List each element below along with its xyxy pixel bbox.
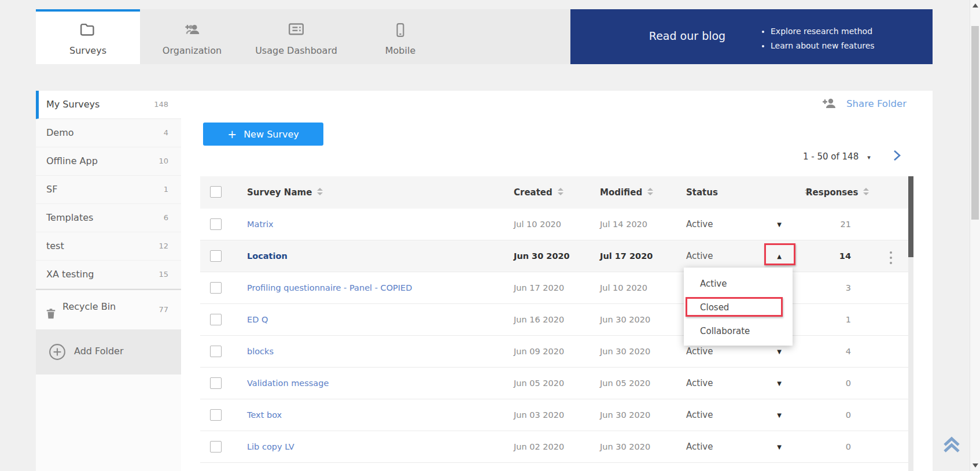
sort-icon[interactable] [558, 188, 563, 195]
sidebar-item-recycle-bin[interactable]: Recycle Bin 77 [36, 290, 181, 324]
blog-banner[interactable]: Read our blog Explore research method Le… [570, 9, 933, 64]
sidebar-folder-item[interactable]: SF 1 [36, 176, 181, 204]
status-caret-icon[interactable]: ▼ [773, 399, 786, 431]
status-caret-icon[interactable]: ▼ [773, 368, 786, 399]
mobile-icon [348, 22, 452, 39]
sidebar-folder-item[interactable]: Offline App 10 [36, 147, 181, 176]
survey-name-link[interactable]: Text box [247, 399, 282, 431]
row-checkbox[interactable] [210, 250, 222, 262]
plus-circle-icon [49, 343, 66, 361]
responses-count: 0 [806, 431, 851, 463]
row-checkbox[interactable] [210, 409, 222, 421]
modified-date: Jun 30 2020 [600, 431, 650, 463]
row-checkbox[interactable] [210, 282, 222, 294]
header-survey-name[interactable]: Survey Name [247, 176, 323, 209]
share-folder-button[interactable]: Share Folder [820, 97, 907, 114]
banner-title: Read our blog [618, 29, 757, 42]
recycle-bin-label: Recycle Bin [62, 301, 116, 312]
sort-icon[interactable] [647, 188, 653, 195]
scrollbar-down-arrow-icon[interactable] [972, 463, 978, 468]
table-scrollbar-thumb[interactable] [908, 176, 913, 257]
created-date: Jun 03 2020 [514, 399, 564, 431]
table-row: Profiling questionnaire - Panel - COPIED… [200, 272, 908, 304]
modified-date: Jun 30 2020 [600, 399, 650, 431]
chevron-down-icon[interactable]: ▾ [867, 154, 871, 161]
row-checkbox[interactable] [210, 346, 222, 357]
person-add-icon [140, 22, 244, 39]
survey-name-link[interactable]: Location [247, 240, 288, 272]
tab-surveys[interactable]: Surveys [36, 9, 140, 64]
folder-count: 12 [159, 232, 168, 260]
folder-label: Demo [46, 127, 74, 138]
header-label: Responses [806, 187, 858, 198]
pagination-range-dropdown[interactable]: 1 - 50 of 148 [803, 151, 859, 162]
modified-date: Jul 14 2020 [600, 209, 647, 240]
folder-label: My Surveys [46, 99, 100, 110]
pagination: 1 - 50 of 148 ▾ [803, 151, 871, 165]
status-option[interactable]: Active [684, 272, 793, 296]
created-date: Jun 16 2020 [514, 304, 564, 336]
header-label: Created [514, 187, 552, 198]
survey-name-link[interactable]: Lib copy LV [247, 431, 294, 463]
sidebar-folder-item[interactable]: XA testing 15 [36, 261, 181, 289]
header-status[interactable]: Status [686, 176, 810, 209]
folder-count: 15 [159, 261, 168, 288]
status-text: Active [686, 368, 713, 399]
tab-mobile-label: Mobile [348, 45, 452, 56]
page-scrollbar-thumb[interactable] [971, 26, 979, 220]
status-caret-icon[interactable]: ▼ [773, 431, 786, 463]
sidebar-folder-item[interactable]: My Surveys 148 [36, 91, 181, 119]
folder-label: Offline App [46, 155, 98, 166]
sidebar-folder-item[interactable]: Demo 4 [36, 119, 181, 147]
row-checkbox[interactable] [210, 314, 222, 325]
tab-usage-dashboard[interactable]: Usage Dashboard [244, 9, 348, 64]
sort-icon[interactable] [863, 188, 869, 195]
sidebar-folder-item[interactable]: test 12 [36, 232, 181, 261]
table-row: Matrix Jul 10 2020 Jul 14 2020 Active ▼ … [200, 209, 908, 240]
next-page-button[interactable] [891, 149, 904, 163]
row-checkbox[interactable] [210, 441, 222, 453]
responses-count: 3 [806, 272, 851, 304]
page-scrollbar[interactable] [970, 0, 980, 471]
tab-organization[interactable]: Organization [140, 9, 244, 64]
row-checkbox[interactable] [210, 377, 222, 389]
row-checkbox[interactable] [210, 218, 222, 230]
sidebar-folder-item[interactable]: Templates 6 [36, 204, 181, 232]
scroll-to-top-button[interactable] [940, 432, 963, 455]
survey-name-link[interactable]: blocks [247, 336, 274, 368]
header-responses[interactable]: Responses [806, 176, 869, 209]
add-folder-button[interactable]: Add Folder [36, 329, 181, 374]
tab-organization-label: Organization [140, 45, 244, 56]
sort-icon[interactable] [317, 188, 323, 195]
tab-surveys-label: Surveys [36, 45, 140, 56]
survey-name-link[interactable]: ED Q [247, 304, 268, 336]
new-survey-label: New Survey [244, 129, 299, 140]
header-label: Status [686, 187, 718, 198]
table-row: Text box Jun 03 2020 Jun 30 2020 Active … [200, 399, 908, 431]
survey-name-link[interactable]: Profiling questionnaire - Panel - COPIED [247, 272, 412, 304]
modified-date: Jun 05 2020 [600, 368, 650, 399]
survey-name-link[interactable]: Validation message [247, 368, 329, 399]
header-modified[interactable]: Modified [600, 176, 653, 209]
annotation-box-status-caret [764, 243, 795, 265]
survey-name-link[interactable]: Matrix [247, 209, 274, 240]
folder-label: SF [46, 184, 57, 195]
tab-mobile[interactable]: Mobile [348, 9, 452, 64]
status-caret-icon[interactable]: ▼ [773, 209, 786, 240]
table-scrollbar[interactable] [908, 176, 913, 471]
folder-count: 1 [164, 176, 168, 203]
surveys-panel: My Surveys 148 Demo 4 Offline App 10 SF … [36, 91, 933, 471]
new-survey-button[interactable]: +New Survey [203, 123, 323, 146]
status-text: Active [686, 431, 713, 463]
select-all-checkbox[interactable] [210, 186, 222, 198]
add-folder-label: Add Folder [74, 346, 124, 357]
scrollbar-up-arrow-icon[interactable] [972, 3, 978, 8]
responses-count: 14 [806, 240, 851, 272]
banner-bullet: Explore research method [771, 27, 875, 36]
responses-count: 0 [806, 399, 851, 431]
banner-bullet: Learn about new features [771, 41, 875, 50]
table-row: Lib copy LV Jun 02 2020 Jun 30 2020 Acti… [200, 431, 908, 463]
row-menu-icon[interactable] [887, 250, 894, 265]
header-created[interactable]: Created [514, 176, 563, 209]
status-option[interactable]: Collaborate [684, 320, 793, 343]
